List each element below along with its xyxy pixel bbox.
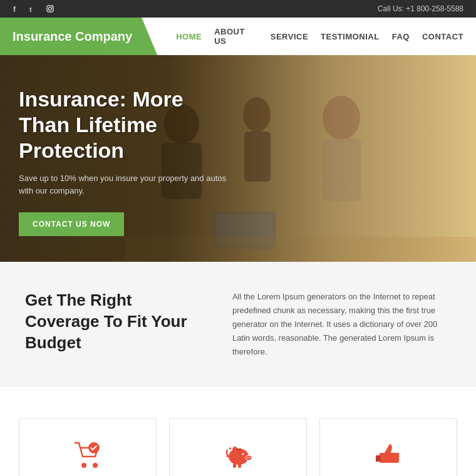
top-bar: f t Call Us: +1 800-258-5588 xyxy=(0,0,476,18)
nav-testimonial[interactable]: TESTIMONIAL xyxy=(321,32,380,41)
twitter-icon[interactable]: t xyxy=(29,4,39,14)
main-nav: HOME ABOUT US SERVICE TESTIMONIAL FAQ CO… xyxy=(157,27,476,46)
cards-section: Discounts That Matter All the Lorem Ipsu… xyxy=(0,387,476,476)
nav-about[interactable]: ABOUT US xyxy=(214,27,258,46)
coverage-section: Get The Right Coverage To Fit Your Budge… xyxy=(0,262,476,387)
svg-text:✦: ✦ xyxy=(228,446,232,452)
svg-point-16 xyxy=(93,463,98,468)
svg-point-21 xyxy=(249,457,251,458)
logo-area: Insurance Company xyxy=(0,18,157,55)
nav-service[interactable]: SERVICE xyxy=(271,32,308,41)
contact-us-button[interactable]: CONTACT US NOW xyxy=(19,212,124,236)
coverage-title: Get The Right Coverage To Fit Your Budge… xyxy=(25,290,207,353)
hero-content: Insurance: More Than Lifetime Protection… xyxy=(19,86,232,236)
svg-rect-2 xyxy=(47,6,53,12)
social-icons: f t xyxy=(13,4,55,14)
hero-section: Insurance: More Than Lifetime Protection… xyxy=(0,55,476,262)
card-designed: ✦ ✦ Designed For You All the Lorem Ipsum… xyxy=(169,418,307,476)
hero-subtitle: Save up to 10% when you insure your prop… xyxy=(19,172,232,197)
svg-rect-25 xyxy=(233,463,236,468)
nav-home[interactable]: HOME xyxy=(176,32,202,41)
piggy-icon: ✦ ✦ xyxy=(222,438,254,476)
call-us: Call Us: +1 800-258-5588 xyxy=(378,4,463,13)
svg-text:f: f xyxy=(13,5,16,13)
svg-point-23 xyxy=(242,453,244,455)
facebook-icon[interactable]: f xyxy=(13,4,23,14)
svg-point-3 xyxy=(49,8,52,11)
cart-icon xyxy=(71,438,104,476)
coverage-description: All the Lorem Ipsum generators on the In… xyxy=(232,290,451,359)
svg-rect-30 xyxy=(376,455,381,462)
svg-point-20 xyxy=(247,457,249,458)
card-insure: Insure With Drivers Like You All the Lor… xyxy=(319,418,457,476)
svg-point-15 xyxy=(81,463,86,468)
svg-rect-26 xyxy=(238,463,241,468)
svg-rect-24 xyxy=(236,448,241,450)
coverage-left: Get The Right Coverage To Fit Your Budge… xyxy=(25,290,207,353)
nav-faq[interactable]: FAQ xyxy=(392,32,410,41)
svg-point-4 xyxy=(51,6,52,7)
svg-text:✦: ✦ xyxy=(225,454,229,458)
header: Insurance Company HOME ABOUT US SERVICE … xyxy=(0,18,476,55)
instagram-icon[interactable] xyxy=(45,4,55,14)
svg-text:t: t xyxy=(29,6,32,13)
thumbs-up-icon xyxy=(372,438,405,476)
nav-contact[interactable]: CONTACT xyxy=(422,32,463,41)
hero-title: Insurance: More Than Lifetime Protection xyxy=(19,86,232,163)
svg-point-19 xyxy=(246,455,252,460)
logo-text: Insurance Company xyxy=(13,29,132,44)
card-discounts: Discounts That Matter All the Lorem Ipsu… xyxy=(19,418,157,476)
